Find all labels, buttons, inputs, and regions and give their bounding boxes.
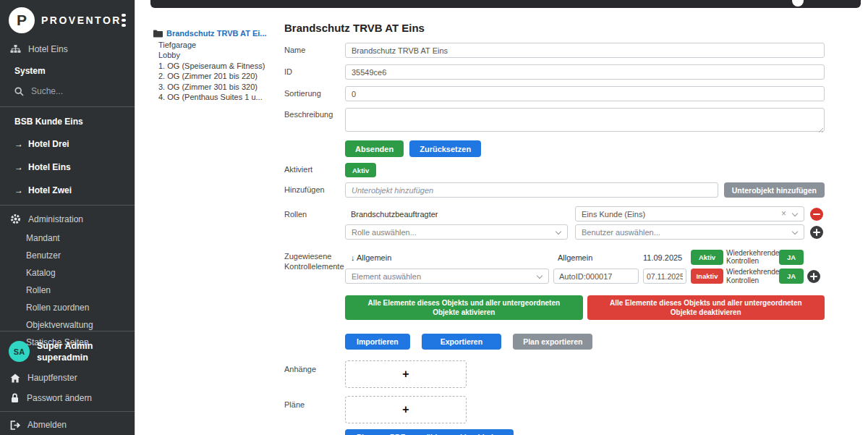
sidebar-item-benutzer[interactable]: Benutzer xyxy=(0,247,135,264)
control-element-date: 11.09.2025 xyxy=(643,253,682,262)
sidebar-item-rollen[interactable]: Rollen xyxy=(0,282,135,299)
sidebar-item-label: Administration xyxy=(28,214,83,224)
sidebar-item-hauptfenster[interactable]: Hauptfenster xyxy=(0,368,135,388)
sidebar-item-hotel-drei[interactable]: → Hotel Drei xyxy=(0,132,135,156)
sidebar-item-rollen-zuordnen[interactable]: Rollen zuordnen xyxy=(0,299,135,316)
chevron-down-icon xyxy=(556,229,561,235)
unterobjekt-hinzufuegen-button[interactable]: Unterobjekt hinzufügen xyxy=(724,182,825,198)
importieren-button[interactable]: Importieren xyxy=(345,334,410,350)
add-element-button[interactable] xyxy=(807,270,820,283)
add-attachment-dropzone[interactable]: + xyxy=(345,360,467,388)
arrow-down-icon[interactable]: ↓ xyxy=(351,253,355,262)
brand-name: PROVENTOR xyxy=(41,14,122,26)
sidebar-search[interactable]: Suche... xyxy=(0,82,135,104)
search-placeholder: Suche... xyxy=(31,86,63,96)
user-select[interactable]: Benutzer auswählen... xyxy=(575,224,804,240)
tree-item[interactable]: Lobby xyxy=(153,50,282,60)
plus-icon: + xyxy=(402,368,409,381)
sidebar-section-system: System xyxy=(0,59,135,82)
recurring-ja-button[interactable]: JA xyxy=(779,269,804,284)
sidebar-item-administration[interactable]: Administration xyxy=(0,208,135,229)
autoid-input[interactable] xyxy=(553,269,639,284)
plan-exportieren-button[interactable]: Plan exportieren xyxy=(513,334,592,350)
import-export-row: Importieren Exportieren Plan exportieren xyxy=(284,334,825,350)
field-label: Zugewiesene Kontrollelemente xyxy=(284,249,345,272)
chevron-down-icon xyxy=(537,273,542,279)
tree-item[interactable]: 2. OG (Zimmer 201 bis 220) xyxy=(153,71,282,81)
sidebar-item-label: Passwort ändern xyxy=(27,393,92,403)
field-row-plaene: Pläne + xyxy=(284,396,825,423)
name-input[interactable] xyxy=(345,43,825,58)
plus-icon: + xyxy=(402,403,409,416)
recurring-ja-button[interactable]: JA xyxy=(779,250,804,265)
aktiv-toggle-button[interactable]: Aktiv xyxy=(345,163,376,177)
logout-icon xyxy=(10,421,20,430)
tree-item[interactable]: Tiefgarage xyxy=(153,40,282,50)
chevron-down-icon xyxy=(792,229,798,235)
sitemap-icon xyxy=(10,45,21,54)
zuruecksetzen-button[interactable]: Zurücksetzen xyxy=(409,140,481,157)
exportieren-button[interactable]: Exportieren xyxy=(422,334,501,350)
lock-icon xyxy=(10,393,20,403)
page-title: Brandschutz TRVB AT Eins xyxy=(284,22,825,34)
tree-item[interactable]: 1. OG (Speiseraum & Fitness) xyxy=(153,61,282,71)
sidebar-divider xyxy=(0,411,135,412)
beschreibung-textarea[interactable] xyxy=(345,108,825,132)
sidebar-item-passwort-aendern[interactable]: Passwort ändern xyxy=(0,388,135,408)
field-label: Aktiviert xyxy=(284,165,345,175)
sidebar-item-hotel-eins[interactable]: Hotel Eins xyxy=(0,39,135,59)
tree-root-item[interactable]: Brandschutz TRVB AT Ei... xyxy=(153,29,282,38)
aktiv-status-button[interactable]: Aktiv xyxy=(691,250,723,265)
sidebar-divider xyxy=(0,331,135,331)
add-plan-dropzone[interactable]: + xyxy=(345,396,467,423)
tree-item[interactable]: 4. OG (Penthaus Suites 1 u... xyxy=(153,92,282,102)
user-name-block: Super Admin superadmin xyxy=(37,340,93,364)
assigned-user-select[interactable]: Eins Kunde (Eins) × xyxy=(575,206,804,221)
field-label: Anhänge xyxy=(284,360,345,375)
tree-item[interactable]: 3. OG (Zimmer 301 bis 320) xyxy=(153,82,282,92)
remove-role-button[interactable] xyxy=(810,208,823,221)
absenden-button[interactable]: Absenden xyxy=(345,140,404,157)
unterobjekt-input[interactable] xyxy=(345,182,718,198)
add-role-button[interactable] xyxy=(810,226,823,239)
sidebar-divider xyxy=(0,205,135,206)
topbar-user-avatar-icon[interactable] xyxy=(792,0,804,7)
id-input[interactable] xyxy=(345,64,825,80)
date-input[interactable] xyxy=(643,269,686,284)
control-element-add-row: Element auswählen Inaktiv Wiederkehrende… xyxy=(345,268,825,284)
folder-icon xyxy=(153,30,163,38)
object-tree: Brandschutz TRVB AT Ei... Tiefgarage Lob… xyxy=(153,29,282,103)
bulk-deactivate-button[interactable]: Alle Elemente dieses Objekts und aller u… xyxy=(587,295,825,320)
sidebar-item-hotel-eins-link[interactable]: → Hotel Eins xyxy=(0,156,135,179)
sidebar-item-hotel-zwei[interactable]: → Hotel Zwei xyxy=(0,179,135,202)
sortierung-input[interactable] xyxy=(345,86,825,101)
field-row-aktiviert: Aktiviert Aktiv xyxy=(284,163,825,177)
sidebar-logo-row: P PROVENTOR xyxy=(0,0,135,39)
recurring-label: Wiederkehrende Kontrollen xyxy=(726,268,777,284)
control-element-row: ↓ Allgemein Allgemein 11.09.2025 Aktiv W… xyxy=(345,249,825,265)
sidebar-section-customer: BSB Kunde Eins xyxy=(0,110,135,132)
sidebar-item-mandant[interactable]: Mandant xyxy=(0,229,135,247)
assigned-role-text: Brandschutzbeauftragter xyxy=(345,210,568,219)
sidebar-footer: SA Super Admin superadmin Hauptfenster P… xyxy=(0,328,135,435)
clear-selection-icon[interactable]: × xyxy=(781,208,786,219)
sidebar-item-abmelden[interactable]: Abmelden xyxy=(0,415,135,435)
user-profile[interactable]: SA Super Admin superadmin xyxy=(0,334,135,368)
hamburger-menu-icon[interactable] xyxy=(122,14,126,27)
bulk-activate-button[interactable]: Alle Elemente dieses Objekts und aller u… xyxy=(345,295,583,320)
role-select[interactable]: Rolle auswählen... xyxy=(345,224,568,240)
element-select[interactable]: Element auswählen xyxy=(345,269,549,284)
tree-root-label: Brandschutz TRVB AT Ei... xyxy=(166,29,267,38)
element-select-placeholder: Element auswählen xyxy=(352,272,421,281)
sidebar-item-katalog[interactable]: Katalog xyxy=(0,264,135,282)
role-add-row: Rolle auswählen... Benutzer auswählen... xyxy=(345,224,825,240)
inaktiv-status-button[interactable]: Inaktiv xyxy=(691,269,723,284)
plan-pdf-upload-button[interactable]: Plan aus PDF auswählen und hochladen xyxy=(345,429,514,435)
topbar xyxy=(150,0,861,8)
field-label: ID xyxy=(284,67,345,77)
role-select-placeholder: Rolle auswählen... xyxy=(352,228,417,237)
field-row-rollen: Rollen Brandschutzbeauftragter Eins Kund… xyxy=(284,206,825,240)
user-username: superadmin xyxy=(37,352,93,363)
arrow-right-icon: → xyxy=(14,139,23,149)
field-row-anhaenge: Anhänge + xyxy=(284,360,825,388)
